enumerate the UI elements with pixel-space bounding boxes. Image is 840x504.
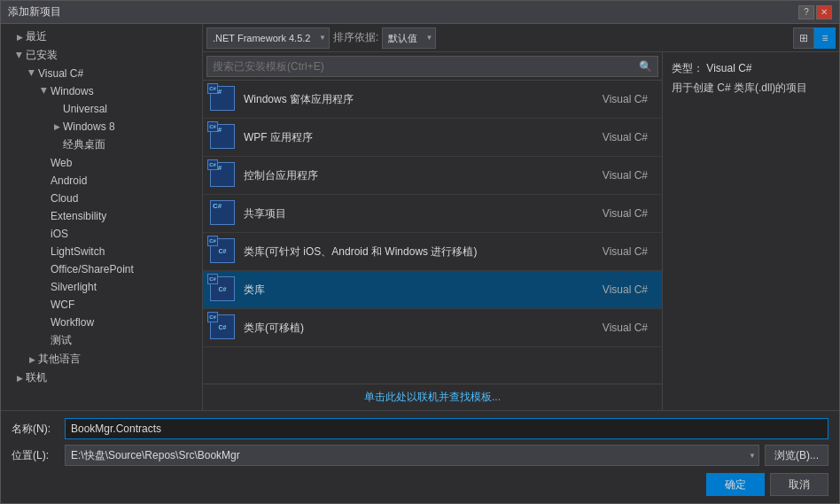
online-link[interactable]: 单击此处以联机并查找模板... xyxy=(364,391,501,403)
template-name: 共享项目 xyxy=(244,206,603,221)
location-label: 位置(L): xyxy=(12,448,65,463)
template-item[interactable]: C# C# 控制台应用程序 Visual C# xyxy=(203,157,662,195)
info-type: 类型： Visual C# xyxy=(672,61,830,76)
sidebar-item-online-label: 联机 xyxy=(26,370,47,385)
sidebar-item-silverlight-label: Silverlight xyxy=(51,281,97,293)
template-item[interactable]: C# C# 类库(可移植) Visual C# xyxy=(203,309,662,347)
template-name: 类库(可针对 iOS、Android 和 Windows 进行移植) xyxy=(244,244,603,260)
sidebar-item-web[interactable]: ▶ Web xyxy=(1,154,202,172)
template-name: 类库(可移植) xyxy=(244,321,603,336)
sidebar-item-classic-desktop[interactable]: ▶ 经典桌面 xyxy=(1,136,202,154)
template-icon: C# C# xyxy=(210,124,237,151)
sidebar-item-extensibility[interactable]: ▶ Extensibility xyxy=(1,207,202,225)
template-name: WPF 应用程序 xyxy=(244,130,603,145)
bottom-form: 名称(N): 位置(L): E:\快盘\Source\Repos\Src\Boo… xyxy=(1,410,839,503)
dialog-title: 添加新项目 xyxy=(8,4,798,19)
sidebar-item-web-label: Web xyxy=(51,157,72,169)
sort-select-wrapper: 默认值 ▼ xyxy=(382,27,436,49)
sidebar-item-other-languages[interactable]: ▶ 其他语言 xyxy=(1,350,202,368)
template-item[interactable]: C# C# WPF 应用程序 Visual C# xyxy=(203,119,662,157)
sidebar-item-universal[interactable]: ▶ Universal xyxy=(1,100,202,118)
list-view-button[interactable]: ≡ xyxy=(814,27,836,49)
sidebar-item-installed[interactable]: ▶ 已安装 xyxy=(1,46,202,65)
sidebar-item-extensibility-label: Extensibility xyxy=(51,210,106,222)
location-select[interactable]: E:\快盘\Source\Repos\Src\BookMgr xyxy=(65,445,759,466)
recent-arrow: ▶ xyxy=(13,31,26,43)
main-area: .NET Framework 4.5.2 ▼ 排序依据: 默认值 ▼ ⊞ xyxy=(203,24,839,410)
template-lang: Visual C# xyxy=(603,245,655,258)
grid-view-icon: ⊞ xyxy=(799,32,808,44)
sidebar-item-test[interactable]: ▶ 测试 xyxy=(1,331,202,350)
sidebar-item-universal-label: Universal xyxy=(63,103,107,115)
view-buttons: ⊞ ≡ xyxy=(793,27,836,49)
sidebar-item-android-label: Android xyxy=(51,174,87,187)
sidebar-item-wcf[interactable]: ▶ WCF xyxy=(1,296,202,314)
template-lang: Visual C# xyxy=(603,207,655,220)
name-row: 名称(N): xyxy=(12,418,828,439)
browse-button[interactable]: 浏览(B)... xyxy=(765,445,828,466)
toolbar: .NET Framework 4.5.2 ▼ 排序依据: 默认值 ▼ ⊞ xyxy=(203,24,839,52)
sidebar-item-other-languages-label: 其他语言 xyxy=(38,352,81,367)
close-button[interactable]: ✕ xyxy=(816,5,832,19)
template-item[interactable]: C# C# 类库(可针对 iOS、Android 和 Windows 进行移植)… xyxy=(203,233,662,271)
template-icon: C# C# xyxy=(210,276,237,303)
title-bar: 添加新项目 ? ✕ xyxy=(1,1,839,24)
ok-button[interactable]: 确定 xyxy=(706,473,765,496)
cancel-button[interactable]: 取消 xyxy=(770,473,828,496)
visual-csharp-arrow: ▶ xyxy=(26,66,38,79)
search-input[interactable] xyxy=(213,60,639,73)
sidebar-item-android[interactable]: ▶ Android xyxy=(1,172,202,190)
sidebar-item-test-label: 测试 xyxy=(51,333,72,348)
sidebar-item-workflow[interactable]: ▶ Workflow xyxy=(1,314,202,331)
location-row: 位置(L): E:\快盘\Source\Repos\Src\BookMgr ▼ … xyxy=(12,445,828,466)
title-bar-buttons: ? ✕ xyxy=(798,5,832,19)
sidebar-item-silverlight[interactable]: ▶ Silverlight xyxy=(1,278,202,296)
location-select-wrapper: E:\快盘\Source\Repos\Src\BookMgr ▼ xyxy=(65,445,759,466)
sidebar-item-office-sharepoint[interactable]: ▶ Office/SharePoint xyxy=(1,260,202,278)
sort-label: 排序依据: xyxy=(333,30,378,45)
framework-select[interactable]: .NET Framework 4.5.2 xyxy=(206,27,330,49)
template-name: Windows 窗体应用程序 xyxy=(244,92,603,107)
sidebar-item-cloud-label: Cloud xyxy=(51,192,78,205)
template-icon: C# xyxy=(210,200,237,227)
template-item-selected[interactable]: C# C# 类库 Visual C# xyxy=(203,271,662,309)
search-icon: 🔍 xyxy=(639,60,652,73)
framework-select-wrapper: .NET Framework 4.5.2 ▼ xyxy=(206,27,330,49)
sidebar-item-ios-label: iOS xyxy=(51,228,68,240)
sidebar-item-windows8[interactable]: ▶ Windows 8 xyxy=(1,118,202,136)
sidebar-item-windows-label: Windows xyxy=(51,85,94,97)
template-lang: Visual C# xyxy=(603,169,655,182)
sidebar: ▶ 最近 ▶ 已安装 ▶ Visual C# ▶ Windows ▶ Unive… xyxy=(1,24,203,410)
template-lang: Visual C# xyxy=(603,131,655,143)
info-type-label: 类型： xyxy=(672,62,704,74)
info-desc: 用于创建 C# 类库(.dll)的项目 xyxy=(672,80,830,96)
grid-view-button[interactable]: ⊞ xyxy=(793,27,814,49)
name-label: 名称(N): xyxy=(12,422,65,437)
help-button[interactable]: ? xyxy=(798,5,814,19)
sidebar-item-visual-csharp[interactable]: ▶ Visual C# xyxy=(1,65,202,82)
template-name: 控制台应用程序 xyxy=(244,168,603,183)
installed-arrow: ▶ xyxy=(13,49,26,61)
search-wrapper: 🔍 xyxy=(206,56,658,77)
template-lang: Visual C# xyxy=(603,93,655,105)
sort-select[interactable]: 默认值 xyxy=(382,27,436,49)
sidebar-item-cloud[interactable]: ▶ Cloud xyxy=(1,190,202,207)
sidebar-item-workflow-label: Workflow xyxy=(51,316,94,329)
sidebar-item-ios[interactable]: ▶ iOS xyxy=(1,225,202,243)
online-link-area: 单击此处以联机并查找模板... xyxy=(203,384,662,410)
name-input[interactable] xyxy=(65,418,828,439)
sidebar-item-online[interactable]: ▶ 联机 xyxy=(1,368,202,387)
sidebar-item-lightswitch-label: LightSwitch xyxy=(51,245,105,258)
other-languages-arrow: ▶ xyxy=(26,353,38,366)
sidebar-item-windows[interactable]: ▶ Windows xyxy=(1,82,202,100)
sidebar-item-windows8-label: Windows 8 xyxy=(63,120,115,133)
add-project-dialog: 添加新项目 ? ✕ ▶ 最近 ▶ 已安装 ▶ Visual C# xyxy=(0,0,840,504)
template-list: C# C# Windows 窗体应用程序 Visual C# xyxy=(203,81,662,384)
template-item[interactable]: C# 共享项目 Visual C# xyxy=(203,195,662,233)
sidebar-item-recent[interactable]: ▶ 最近 xyxy=(1,27,202,46)
sidebar-item-classic-desktop-label: 经典桌面 xyxy=(63,137,105,152)
template-icon: C# C# xyxy=(210,86,237,112)
sidebar-item-lightswitch[interactable]: ▶ LightSwitch xyxy=(1,243,202,260)
template-item[interactable]: C# C# Windows 窗体应用程序 Visual C# xyxy=(203,81,662,119)
info-panel: 类型： Visual C# 用于创建 C# 类库(.dll)的项目 xyxy=(662,52,839,410)
